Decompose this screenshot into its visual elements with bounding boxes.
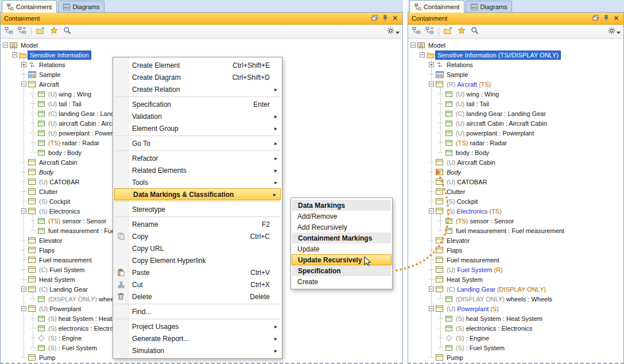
tree-row[interactable]: (U)aircraft Cabin : Aircraft Cabin xyxy=(408,118,623,128)
close-button[interactable] xyxy=(392,15,399,22)
tree-row[interactable]: Body xyxy=(408,167,623,177)
tree-row[interactable]: (U)powerplant : Powerplant xyxy=(408,128,623,138)
menu-item-cut[interactable]: CutCtrl+X xyxy=(114,278,281,291)
tree-row[interactable]: −Sensitive Information (TS//DISPLAY ONLY… xyxy=(408,50,623,60)
collapse-all-button[interactable] xyxy=(424,26,435,37)
tree-row[interactable]: (U)tail : Tail xyxy=(408,99,623,109)
menu-item-create-diagram[interactable]: Create DiagramCtrl+Shift+D xyxy=(114,71,281,83)
tab-diagrams[interactable]: Diagrams xyxy=(58,1,104,12)
collapse-toggle-icon[interactable]: − xyxy=(429,82,434,87)
collapse-toggle-icon[interactable]: − xyxy=(21,306,26,311)
tree-row[interactable]: (DISPLAY ONLY)wheels : Wheels xyxy=(408,294,623,304)
tab-diagrams[interactable]: Diagrams xyxy=(466,1,512,12)
menu-item-copy-element-hyperlink[interactable]: Copy Element Hyperlink xyxy=(114,254,281,266)
favorites-button[interactable] xyxy=(456,26,467,37)
tree-row[interactable]: −(U)Powerplant(S) xyxy=(408,304,623,313)
tree-row[interactable]: (S): Engine xyxy=(408,333,623,343)
menu-item-copy[interactable]: CopyCtrl+C xyxy=(114,230,281,242)
float-button[interactable] xyxy=(371,15,378,22)
submenu-item-update-recursively[interactable]: Update Recursively xyxy=(292,254,392,265)
tree-row[interactable]: (S)heat System : Heat System xyxy=(408,313,623,323)
expand-toggle-icon[interactable]: + xyxy=(21,62,26,67)
submenu-item-add-remove[interactable]: Add/Remove xyxy=(292,211,392,222)
pin-button[interactable] xyxy=(381,15,389,22)
menu-item-rename[interactable]: RenameF2 xyxy=(114,218,281,230)
menu-item-stereotype[interactable]: Stereotype xyxy=(114,203,281,215)
tree-row[interactable]: −(S)Electronics(TS) xyxy=(408,206,623,216)
menu-item-validation[interactable]: Validation▸ xyxy=(114,110,281,122)
tree-row[interactable]: Pump xyxy=(408,353,623,362)
menu-item-generate-report[interactable]: Generate Report...▸ xyxy=(114,332,281,344)
tree-row[interactable]: (TS)radar : Radar xyxy=(408,138,623,148)
menu-item-paste[interactable]: PasteCtrl+V xyxy=(114,266,281,278)
tree-row[interactable]: Sample xyxy=(408,69,623,79)
menu-item-specification[interactable]: SpecificationEnter xyxy=(114,98,281,110)
tree-row[interactable]: (S)electronics : Electronics xyxy=(408,323,623,333)
search-button[interactable] xyxy=(61,26,72,37)
tree-row[interactable]: −Model xyxy=(1,40,402,50)
float-button[interactable] xyxy=(592,15,599,22)
tree-row[interactable]: (U)Aircraft Cabin xyxy=(408,157,623,167)
favorites-button[interactable] xyxy=(48,26,59,37)
collapse-button[interactable] xyxy=(3,26,14,37)
collapse-all-button[interactable] xyxy=(17,26,28,37)
menu-item-delete[interactable]: DeleteDelete xyxy=(114,291,281,303)
tab-containment[interactable]: Containment xyxy=(409,0,464,13)
tree-row[interactable]: −Model xyxy=(408,40,623,50)
menu-item-copy-url[interactable]: Copy URL xyxy=(114,242,281,254)
options-button[interactable] xyxy=(387,26,400,37)
collapse-toggle-icon[interactable]: − xyxy=(429,208,434,214)
tree-row[interactable]: Fuel measurement xyxy=(408,255,623,265)
menu-item-element-group[interactable]: Element Group▸ xyxy=(114,122,281,134)
collapse-toggle-icon[interactable]: − xyxy=(3,42,8,48)
tree-row[interactable]: (TS)sensor : Sensor xyxy=(408,216,623,226)
menu-item-find[interactable]: Find... xyxy=(114,305,281,317)
collapse-toggle-icon[interactable]: − xyxy=(429,286,434,292)
diamond-icon xyxy=(37,335,45,342)
marking-prefix: (S) xyxy=(48,344,57,351)
tree-row[interactable]: (U)CATOBAR xyxy=(408,177,623,187)
expand-toggle-icon[interactable]: + xyxy=(429,62,434,67)
menu-item-project-usages[interactable]: Project Usages▸ xyxy=(114,320,281,332)
tree-row[interactable]: −(C)Landing Gear(DISPLAY ONLY) xyxy=(408,284,623,294)
menu-item-create-element[interactable]: Create ElementCtrl+Shift+E xyxy=(114,59,281,71)
tree-row[interactable]: Flaps xyxy=(408,245,623,255)
tree-row[interactable]: (C)landing Gear : Landing Gear xyxy=(408,109,623,118)
collapse-toggle-icon[interactable]: − xyxy=(21,208,26,214)
menu-item-data-markings-classification[interactable]: Data Markings & Classification▸ xyxy=(114,188,281,200)
tree-row[interactable]: Clutter xyxy=(408,187,623,196)
search-button[interactable] xyxy=(469,26,480,37)
collapse-toggle-icon[interactable]: − xyxy=(429,306,434,311)
menu-item-related-elements[interactable]: Related Elements▸ xyxy=(114,164,281,176)
collapse-button[interactable] xyxy=(411,26,422,37)
tree-row[interactable]: (S)Cockpit xyxy=(408,196,623,206)
tree-row[interactable]: Heat System xyxy=(408,274,623,284)
menu-item-go-to[interactable]: Go To▸ xyxy=(114,137,281,149)
collapse-toggle-icon[interactable]: − xyxy=(410,42,416,48)
collapse-toggle-icon[interactable]: − xyxy=(420,52,425,57)
collapse-toggle-icon[interactable]: − xyxy=(21,82,26,87)
menu-item-tools[interactable]: Tools▸ xyxy=(114,176,281,188)
collapse-toggle-icon[interactable]: − xyxy=(12,52,17,57)
open-diagram-button[interactable] xyxy=(443,26,454,37)
menu-item-refactor[interactable]: Refactor▸ xyxy=(114,152,281,164)
tree-row[interactable]: (U)Fuel System(R) xyxy=(408,265,623,274)
tree-row[interactable]: +Relations xyxy=(408,60,623,69)
tab-containment[interactable]: Containment xyxy=(2,0,57,13)
tree-row[interactable]: −(R)Aircraft(TS) xyxy=(408,79,623,89)
pin-button[interactable] xyxy=(602,15,610,22)
submenu-item-create[interactable]: Create xyxy=(292,276,392,287)
tree-row[interactable]: fuel measurement : Fuel measurement xyxy=(408,226,623,235)
tree-row[interactable]: (U)wing : Wing xyxy=(408,89,623,99)
tree-row[interactable]: body : Body xyxy=(408,148,623,157)
collapse-toggle-icon[interactable]: − xyxy=(21,286,26,292)
tree-row[interactable]: (S): Fuel System xyxy=(408,343,623,353)
tree-row[interactable]: Elevator xyxy=(408,235,623,245)
menu-item-create-relation[interactable]: Create Relation▸ xyxy=(114,83,281,95)
submenu-item-update[interactable]: Update xyxy=(292,243,392,254)
menu-item-simulation[interactable]: Simulation▸ xyxy=(114,344,281,357)
close-button[interactable] xyxy=(613,15,620,22)
submenu-item-add-recursively[interactable]: Add Recursively xyxy=(292,222,392,233)
open-diagram-button[interactable] xyxy=(35,26,46,37)
options-button[interactable] xyxy=(608,26,621,37)
